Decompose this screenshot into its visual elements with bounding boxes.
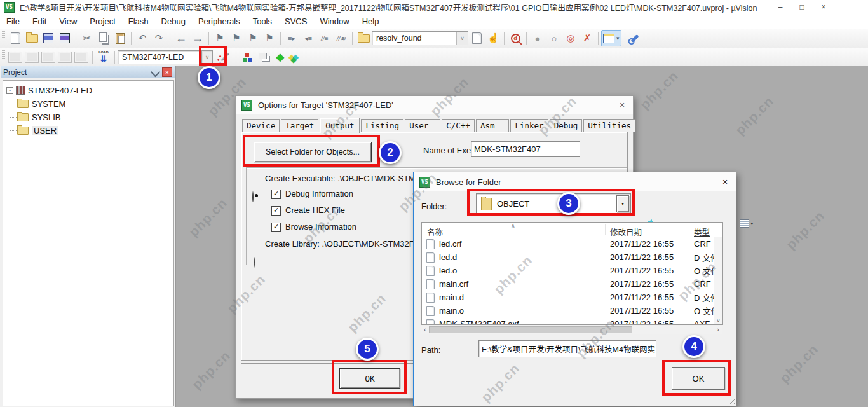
menu-flash[interactable]: Flash xyxy=(122,15,155,27)
bookmark-clear-icon[interactable]: ⚑ xyxy=(261,31,278,46)
save-icon[interactable] xyxy=(40,31,57,46)
bookmark-toggle-icon[interactable]: ⚑ xyxy=(212,31,228,46)
tree-root-row[interactable]: - STM32F407-LED xyxy=(6,85,92,96)
project-panel-close-icon[interactable]: × xyxy=(162,67,172,77)
tab-cpp[interactable]: C/C++ xyxy=(442,119,475,132)
find-in-files-icon[interactable] xyxy=(468,31,485,46)
menu-project[interactable]: Project xyxy=(83,15,121,27)
scrollbar-thumb[interactable] xyxy=(429,326,632,333)
copy-icon[interactable] xyxy=(95,31,112,46)
tree-folder-row[interactable]: USER xyxy=(10,125,58,136)
navigate-forward-icon[interactable]: → xyxy=(189,31,206,46)
view-menu-icon[interactable]: ▾ xyxy=(740,217,754,229)
tab-debug[interactable]: Debug xyxy=(550,119,583,132)
tree-collapse-icon[interactable]: - xyxy=(6,87,13,94)
menu-view[interactable]: View xyxy=(53,15,83,27)
options-dialog-close-icon[interactable]: × xyxy=(611,96,633,114)
tree-folder-label[interactable]: USER xyxy=(32,126,58,135)
build-icon[interactable] xyxy=(24,50,40,65)
menu-help[interactable]: Help xyxy=(356,15,386,27)
tab-linker[interactable]: Linker xyxy=(510,119,548,132)
tab-utilities[interactable]: Utilities xyxy=(583,119,635,132)
menu-edit[interactable]: Edit xyxy=(26,15,53,27)
configure-target-toggle[interactable]: ▾ xyxy=(601,30,621,46)
target-select-combo[interactable]: STM32F407-LED xyxy=(118,50,201,64)
navigate-back-icon[interactable]: ← xyxy=(173,31,189,46)
resize-grip[interactable] xyxy=(727,397,735,404)
menu-peripherals[interactable]: Peripherals xyxy=(192,15,247,27)
tree-folder-label[interactable]: SYSTEM xyxy=(32,99,65,109)
indent-right-icon[interactable]: ≡▸ xyxy=(283,31,300,46)
manage-runtime-environment-icon[interactable]: ◆ ◆ ◆ xyxy=(288,52,300,63)
create-hex-file-checkbox[interactable]: ✓ xyxy=(271,206,281,216)
file-row[interactable]: MDK-STM32F407.axf 2017/11/22 16:55 AXF xyxy=(422,317,722,325)
file-row[interactable]: main.crf 2017/11/22 16:55 CRF xyxy=(422,277,722,291)
name-of-executable-input[interactable]: MDK-STM32F407 xyxy=(471,141,580,157)
uncomment-icon[interactable]: //≋ xyxy=(333,31,349,46)
browse-dialog-close-icon[interactable]: × xyxy=(714,172,736,191)
find-text-value[interactable]: resolv_found xyxy=(372,34,456,43)
find-combo-dropdown-icon[interactable]: ∨ xyxy=(456,32,468,45)
file-row[interactable]: led.o 2017/11/22 16:55 O 文件 xyxy=(422,264,722,277)
file-row[interactable]: main.d 2017/11/22 16:55 D 文件 xyxy=(422,291,722,304)
file-list-horizontal-scrollbar[interactable]: ‹ › xyxy=(421,326,722,334)
find-folder-icon[interactable] xyxy=(355,31,372,46)
bookmark-prev-icon[interactable]: ⚑ xyxy=(228,31,245,46)
scroll-right-icon[interactable]: › xyxy=(714,326,722,333)
translate-file-icon[interactable] xyxy=(7,50,24,65)
redo-icon[interactable]: ↷ xyxy=(151,31,167,46)
tree-folder-label[interactable]: SYSLIB xyxy=(32,113,61,122)
tree-root-label[interactable]: STM32F407-LED xyxy=(28,86,92,95)
download-flash-icon[interactable]: LOAD⇊ xyxy=(95,50,112,65)
minimize-button[interactable]: – xyxy=(770,1,791,14)
create-library-radio[interactable] xyxy=(254,257,255,268)
paste-icon[interactable] xyxy=(112,31,128,46)
tab-target[interactable]: Target xyxy=(281,119,318,132)
save-all-icon[interactable] xyxy=(57,31,73,46)
close-button[interactable]: × xyxy=(813,1,834,14)
debug-information-checkbox[interactable]: ✓ xyxy=(271,190,281,199)
tab-asm[interactable]: Asm xyxy=(476,119,510,132)
comment-icon[interactable]: //≡ xyxy=(316,31,333,46)
breakpoint-empty-icon[interactable]: ○ xyxy=(546,31,562,46)
scroll-left-icon[interactable]: ‹ xyxy=(421,326,429,333)
column-date-header[interactable]: 修改日期 xyxy=(610,226,642,238)
browse-information-checkbox[interactable]: ✓ xyxy=(271,223,281,232)
folder-file-list[interactable]: ∧ 名称 修改日期 类型 led.crf 2017/11/22 16:55 CR… xyxy=(421,222,723,325)
tree-folder-row[interactable]: SYSTEM xyxy=(10,98,65,109)
manage-project-items-icon[interactable] xyxy=(239,50,255,65)
menu-file[interactable]: File xyxy=(0,15,26,27)
grab-hand-icon[interactable]: ☝ xyxy=(485,31,501,46)
create-executable-radio[interactable] xyxy=(252,191,254,202)
breakpoint-kill-icon[interactable]: ✗ xyxy=(579,31,595,46)
multi-project-workspace-icon[interactable] xyxy=(255,50,272,65)
select-software-packs-icon[interactable]: ◆ xyxy=(272,50,288,65)
target-select-value[interactable]: STM32F407-LED xyxy=(118,53,201,62)
project-panel-titlebar[interactable]: Project × xyxy=(1,66,175,78)
menu-window[interactable]: Window xyxy=(313,15,355,27)
pin-icon[interactable] xyxy=(151,67,161,78)
path-input[interactable]: E:\教学&项目开发\开发项目\飞航科技M4物联网实 xyxy=(478,340,656,357)
batch-build-icon[interactable] xyxy=(57,50,73,65)
menu-tools[interactable]: Tools xyxy=(247,15,278,27)
column-type-header[interactable]: 类型 xyxy=(694,226,710,238)
configure-dropdown-icon[interactable]: ▾ xyxy=(616,35,620,41)
stop-build-icon[interactable] xyxy=(73,50,90,65)
new-file-icon[interactable] xyxy=(7,31,24,46)
column-name-header[interactable]: 名称 xyxy=(427,226,443,238)
find-text-combo[interactable]: resolv_found ∨ xyxy=(372,31,468,45)
tab-user[interactable]: User xyxy=(405,119,440,132)
scroll-down-icon[interactable]: ∨ xyxy=(714,318,722,324)
breakpoint-gray-icon[interactable]: ● xyxy=(529,31,546,46)
options-dialog-titlebar[interactable]: V5 Options for Target 'STM32F407-LED' × xyxy=(236,96,633,114)
file-row[interactable]: led.crf 2017/11/22 16:55 CRF xyxy=(422,237,722,251)
rebuild-icon[interactable] xyxy=(40,50,57,65)
maximize-button[interactable]: □ xyxy=(791,1,813,14)
indent-left-icon[interactable]: ◂≡ xyxy=(300,31,316,46)
cut-icon[interactable]: ✂ xyxy=(79,31,95,46)
file-list-vertical-scrollbar[interactable]: ∨ xyxy=(714,237,722,324)
breakpoint-disable-icon[interactable]: ◎ xyxy=(562,31,579,46)
tab-device[interactable]: Device xyxy=(242,119,280,132)
undo-icon[interactable]: ↶ xyxy=(134,31,151,46)
open-file-icon[interactable] xyxy=(24,31,40,46)
